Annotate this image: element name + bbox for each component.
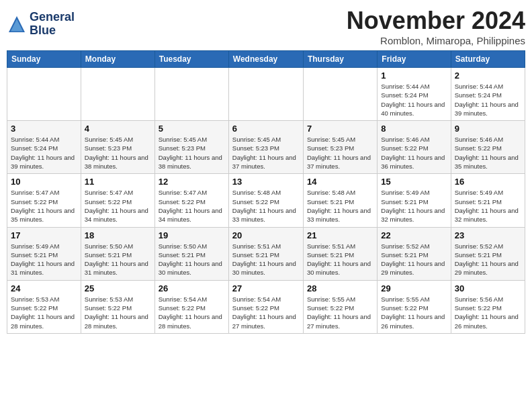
location-subtitle: Romblon, Mimaropa, Philippines: [347, 35, 525, 46]
calendar-body: 1Sunrise: 5:44 AM Sunset: 5:24 PM Daylig…: [7, 68, 525, 334]
day-info: Sunrise: 5:47 AM Sunset: 5:22 PM Dayligh…: [159, 188, 225, 224]
calendar-cell: 2Sunrise: 5:44 AM Sunset: 5:24 PM Daylig…: [451, 68, 525, 121]
calendar-cell: [7, 68, 81, 121]
day-number: 18: [85, 230, 151, 240]
calendar-cell: 7Sunrise: 5:45 AM Sunset: 5:23 PM Daylig…: [303, 121, 377, 174]
logo: General Blue: [7, 11, 75, 38]
column-header-thursday: Thursday: [303, 51, 377, 68]
calendar-cell: [303, 68, 377, 121]
calendar-cell: 21Sunrise: 5:51 AM Sunset: 5:21 PM Dayli…: [303, 227, 377, 280]
day-number: 23: [455, 230, 521, 240]
calendar-week-3: 10Sunrise: 5:47 AM Sunset: 5:22 PM Dayli…: [7, 174, 525, 227]
day-number: 25: [85, 283, 151, 293]
calendar-week-4: 17Sunrise: 5:49 AM Sunset: 5:21 PM Dayli…: [7, 227, 525, 280]
day-info: Sunrise: 5:56 AM Sunset: 5:22 PM Dayligh…: [455, 295, 521, 330]
calendar-cell: 6Sunrise: 5:45 AM Sunset: 5:23 PM Daylig…: [228, 121, 303, 174]
calendar-cell: 19Sunrise: 5:50 AM Sunset: 5:21 PM Dayli…: [154, 227, 228, 280]
calendar-cell: 17Sunrise: 5:49 AM Sunset: 5:21 PM Dayli…: [7, 227, 81, 280]
day-number: 28: [307, 283, 373, 293]
day-info: Sunrise: 5:52 AM Sunset: 5:21 PM Dayligh…: [455, 242, 521, 277]
day-info: Sunrise: 5:51 AM Sunset: 5:21 PM Dayligh…: [232, 242, 300, 277]
calendar-cell: 18Sunrise: 5:50 AM Sunset: 5:21 PM Dayli…: [81, 227, 154, 280]
day-number: 10: [11, 177, 77, 187]
column-header-monday: Monday: [81, 51, 154, 68]
page-header: General Blue November 2024 Romblon, Mima…: [7, 7, 525, 46]
day-info: Sunrise: 5:55 AM Sunset: 5:22 PM Dayligh…: [307, 295, 373, 330]
day-info: Sunrise: 5:52 AM Sunset: 5:21 PM Dayligh…: [381, 242, 447, 277]
column-header-tuesday: Tuesday: [154, 51, 228, 68]
day-info: Sunrise: 5:53 AM Sunset: 5:22 PM Dayligh…: [85, 295, 151, 330]
calendar-table: SundayMondayTuesdayWednesdayThursdayFrid…: [7, 50, 525, 334]
day-info: Sunrise: 5:47 AM Sunset: 5:22 PM Dayligh…: [11, 188, 77, 224]
title-block: November 2024 Romblon, Mimaropa, Philipp…: [347, 7, 525, 46]
calendar-cell: 23Sunrise: 5:52 AM Sunset: 5:21 PM Dayli…: [451, 227, 525, 280]
calendar-cell: 27Sunrise: 5:54 AM Sunset: 5:22 PM Dayli…: [228, 280, 303, 333]
day-info: Sunrise: 5:50 AM Sunset: 5:21 PM Dayligh…: [85, 242, 151, 277]
day-info: Sunrise: 5:44 AM Sunset: 5:24 PM Dayligh…: [381, 82, 447, 118]
day-number: 13: [232, 177, 300, 187]
day-info: Sunrise: 5:45 AM Sunset: 5:23 PM Dayligh…: [85, 135, 151, 171]
day-number: 20: [232, 230, 300, 240]
day-number: 9: [455, 124, 521, 134]
day-number: 3: [11, 124, 77, 134]
calendar-week-5: 24Sunrise: 5:53 AM Sunset: 5:22 PM Dayli…: [7, 280, 525, 333]
calendar-cell: 28Sunrise: 5:55 AM Sunset: 5:22 PM Dayli…: [303, 280, 377, 333]
day-info: Sunrise: 5:50 AM Sunset: 5:21 PM Dayligh…: [159, 242, 225, 277]
day-info: Sunrise: 5:45 AM Sunset: 5:23 PM Dayligh…: [159, 135, 225, 171]
day-info: Sunrise: 5:54 AM Sunset: 5:22 PM Dayligh…: [159, 295, 225, 330]
calendar-cell: 8Sunrise: 5:46 AM Sunset: 5:22 PM Daylig…: [378, 121, 451, 174]
calendar-cell: 3Sunrise: 5:44 AM Sunset: 5:24 PM Daylig…: [7, 121, 81, 174]
logo-text: General Blue: [30, 11, 75, 38]
day-number: 11: [85, 177, 151, 187]
column-header-sunday: Sunday: [7, 51, 81, 68]
calendar-cell: 1Sunrise: 5:44 AM Sunset: 5:24 PM Daylig…: [378, 68, 451, 121]
day-info: Sunrise: 5:49 AM Sunset: 5:21 PM Dayligh…: [11, 242, 77, 277]
calendar-week-1: 1Sunrise: 5:44 AM Sunset: 5:24 PM Daylig…: [7, 68, 525, 121]
day-number: 26: [159, 283, 225, 293]
day-info: Sunrise: 5:45 AM Sunset: 5:23 PM Dayligh…: [232, 135, 300, 171]
calendar-cell: 24Sunrise: 5:53 AM Sunset: 5:22 PM Dayli…: [7, 280, 81, 333]
calendar-cell: 29Sunrise: 5:55 AM Sunset: 5:22 PM Dayli…: [378, 280, 451, 333]
calendar-header-row: SundayMondayTuesdayWednesdayThursdayFrid…: [7, 51, 525, 68]
calendar-cell: 16Sunrise: 5:49 AM Sunset: 5:21 PM Dayli…: [451, 174, 525, 227]
day-number: 8: [381, 124, 447, 134]
calendar-cell: [228, 68, 303, 121]
day-info: Sunrise: 5:46 AM Sunset: 5:22 PM Dayligh…: [381, 135, 447, 171]
calendar-cell: 30Sunrise: 5:56 AM Sunset: 5:22 PM Dayli…: [451, 280, 525, 333]
day-number: 6: [232, 124, 300, 134]
column-header-wednesday: Wednesday: [228, 51, 303, 68]
day-number: 24: [11, 283, 77, 293]
calendar-cell: 10Sunrise: 5:47 AM Sunset: 5:22 PM Dayli…: [7, 174, 81, 227]
calendar-cell: 12Sunrise: 5:47 AM Sunset: 5:22 PM Dayli…: [154, 174, 228, 227]
calendar-cell: 5Sunrise: 5:45 AM Sunset: 5:23 PM Daylig…: [154, 121, 228, 174]
calendar-cell: 4Sunrise: 5:45 AM Sunset: 5:23 PM Daylig…: [81, 121, 154, 174]
calendar-week-2: 3Sunrise: 5:44 AM Sunset: 5:24 PM Daylig…: [7, 121, 525, 174]
day-info: Sunrise: 5:45 AM Sunset: 5:23 PM Dayligh…: [307, 135, 373, 171]
calendar-cell: 20Sunrise: 5:51 AM Sunset: 5:21 PM Dayli…: [228, 227, 303, 280]
day-info: Sunrise: 5:48 AM Sunset: 5:22 PM Dayligh…: [232, 188, 300, 224]
day-info: Sunrise: 5:49 AM Sunset: 5:21 PM Dayligh…: [381, 188, 447, 224]
day-info: Sunrise: 5:51 AM Sunset: 5:21 PM Dayligh…: [307, 242, 373, 277]
day-number: 15: [381, 177, 447, 187]
calendar-cell: 25Sunrise: 5:53 AM Sunset: 5:22 PM Dayli…: [81, 280, 154, 333]
day-number: 19: [159, 230, 225, 240]
column-header-friday: Friday: [378, 51, 451, 68]
calendar-cell: 9Sunrise: 5:46 AM Sunset: 5:22 PM Daylig…: [451, 121, 525, 174]
day-number: 16: [455, 177, 521, 187]
day-number: 5: [159, 124, 225, 134]
calendar-cell: [154, 68, 228, 121]
day-number: 4: [85, 124, 151, 134]
month-title: November 2024: [347, 7, 525, 35]
day-number: 14: [307, 177, 373, 187]
day-info: Sunrise: 5:49 AM Sunset: 5:21 PM Dayligh…: [455, 188, 521, 224]
calendar-cell: 13Sunrise: 5:48 AM Sunset: 5:22 PM Dayli…: [228, 174, 303, 227]
day-number: 7: [307, 124, 373, 134]
day-number: 1: [381, 71, 447, 81]
day-number: 2: [455, 71, 521, 81]
calendar-cell: 26Sunrise: 5:54 AM Sunset: 5:22 PM Dayli…: [154, 280, 228, 333]
calendar-cell: 14Sunrise: 5:48 AM Sunset: 5:21 PM Dayli…: [303, 174, 377, 227]
day-number: 22: [381, 230, 447, 240]
calendar-cell: 22Sunrise: 5:52 AM Sunset: 5:21 PM Dayli…: [378, 227, 451, 280]
day-number: 29: [381, 283, 447, 293]
day-info: Sunrise: 5:44 AM Sunset: 5:24 PM Dayligh…: [455, 82, 521, 118]
